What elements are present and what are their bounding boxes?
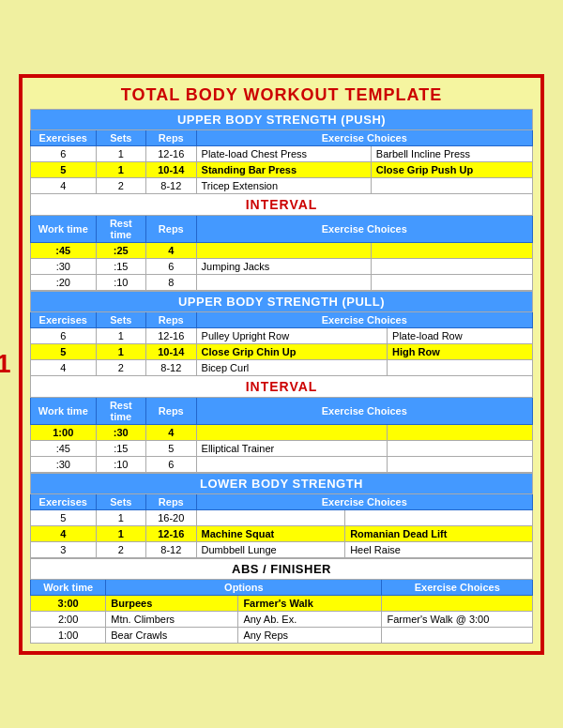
push-col-exercises: Exercises (31, 129, 97, 145)
pull-col-sets: Sets (96, 311, 146, 327)
int2-col-work: Work time (31, 397, 97, 424)
abs-col-options: Options (106, 579, 382, 595)
lower-col-choices: Exercise Choices (196, 493, 532, 509)
table-row: 5 1 16-20 (31, 509, 533, 525)
lower-body-header: LOWER BODY STRENGTH (31, 473, 533, 493)
upper-pull-header: UPPER BODY STRENGTH (PULL) (31, 291, 533, 311)
table-row: 6 1 12-16 Pulley Upright Row Plate-load … (31, 327, 533, 343)
table-row: 5 1 10-14 Close Grip Chin Up High Row (31, 343, 533, 359)
int2-col-reps: Reps (146, 397, 197, 424)
pull-col-reps: Reps (146, 311, 197, 327)
pull-col-choices: Exercise Choices (196, 311, 532, 327)
int2-col-choices: Exercise Choices (196, 397, 532, 424)
upper-push-header: UPPER BODY STRENGTH (PUSH) (31, 109, 533, 129)
lower-body-table: LOWER BODY STRENGTH Exercises Sets Reps … (30, 473, 533, 558)
table-row: 3:00 Burpees Farmer's Walk (31, 595, 533, 611)
int1-col-work: Work time (31, 215, 97, 242)
table-row: :45 :25 4 (31, 242, 533, 258)
table-row: 1:00 :30 4 (31, 424, 533, 440)
interval2-header: INTERVAL (31, 375, 533, 397)
abs-col-choices: Exercise Choices (382, 579, 533, 595)
upper-pull-table: UPPER BODY STRENGTH (PULL) Exercises Set… (30, 291, 533, 473)
lower-col-reps: Reps (146, 493, 197, 509)
abs-finisher-table: ABS / FINISHER Work time Options Exercis… (30, 558, 533, 644)
abs-header: ABS / FINISHER (31, 558, 533, 579)
table-row: :45 :15 5 Elliptical Trainer (31, 440, 533, 456)
lower-col-sets: Sets (96, 493, 146, 509)
table-row: 4 1 12-16 Machine Squat Romanian Dead Li… (31, 525, 533, 541)
page-number: 1 (0, 349, 11, 379)
interval1-header: INTERVAL (31, 193, 533, 215)
table-row: :20 :10 8 (31, 274, 533, 290)
int1-col-rest: Rest time (96, 215, 146, 242)
table-row: 5 1 10-14 Standing Bar Press Close Grip … (31, 161, 533, 177)
push-col-reps: Reps (146, 129, 197, 145)
pull-col-exercises: Exercises (31, 311, 97, 327)
int1-col-reps: Reps (146, 215, 197, 242)
push-col-choices: Exercise Choices (196, 129, 532, 145)
table-row: :30 :15 6 Jumping Jacks (31, 258, 533, 274)
table-row: 6 1 12-16 Plate-load Chest Press Barbell… (31, 145, 533, 161)
lower-col-exercises: Exercises (31, 493, 97, 509)
upper-push-table: UPPER BODY STRENGTH (PUSH) Exercises Set… (30, 109, 533, 291)
abs-col-work: Work time (31, 579, 106, 595)
table-row: :30 :10 6 (31, 456, 533, 472)
table-row: 4 2 8-12 Bicep Curl (31, 359, 533, 375)
table-row: 4 2 8-12 Tricep Extension (31, 177, 533, 193)
table-row: 3 2 8-12 Dumbbell Lunge Heel Raise (31, 541, 533, 557)
table-row: 1:00 Bear Crawls Any Reps (31, 627, 533, 643)
int2-col-rest: Rest time (96, 397, 146, 424)
int1-col-choices: Exercise Choices (196, 215, 532, 242)
workout-template: 1 TOTAL BODY WORKOUT TEMPLATE UPPER BODY… (19, 74, 544, 655)
push-col-sets: Sets (96, 129, 146, 145)
main-title: TOTAL BODY WORKOUT TEMPLATE (30, 85, 533, 105)
table-row: 2:00 Mtn. Climbers Any Ab. Ex. Farmer's … (31, 611, 533, 627)
